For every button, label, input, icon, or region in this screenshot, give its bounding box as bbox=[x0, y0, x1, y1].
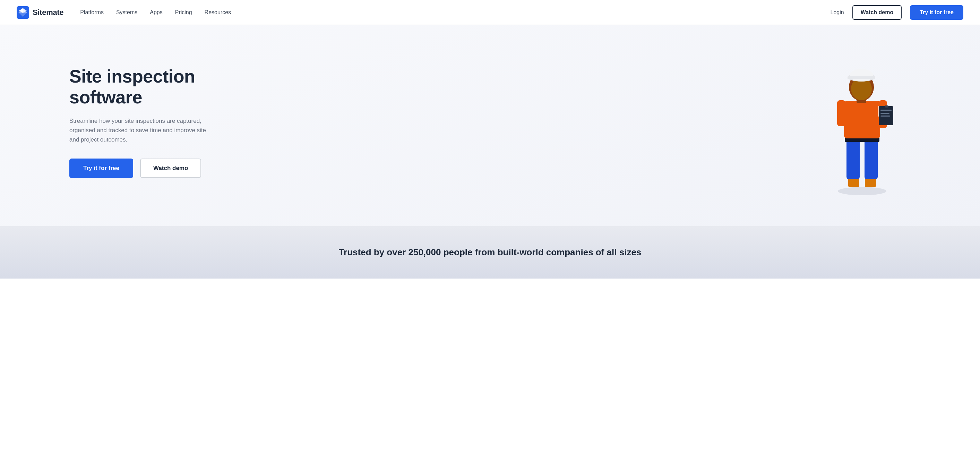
svg-rect-12 bbox=[880, 110, 892, 111]
svg-rect-21 bbox=[848, 76, 875, 79]
svg-rect-14 bbox=[880, 115, 890, 116]
svg-rect-10 bbox=[837, 100, 845, 126]
logo-link[interactable]: Sitemate bbox=[17, 6, 64, 19]
svg-rect-5 bbox=[864, 139, 878, 179]
svg-point-20 bbox=[850, 69, 873, 81]
hero-title: Site inspection software bbox=[69, 66, 270, 108]
nav-right: Login Watch demo Try it for free bbox=[830, 5, 964, 20]
hero-subtitle: Streamline how your site inspections are… bbox=[69, 116, 215, 145]
svg-rect-7 bbox=[844, 101, 880, 139]
watch-demo-button-hero[interactable]: Watch demo bbox=[140, 158, 201, 178]
worker-svg bbox=[813, 45, 911, 198]
watch-demo-button-nav[interactable]: Watch demo bbox=[853, 5, 902, 20]
navbar: Sitemate Platforms Systems Apps Pricing … bbox=[0, 0, 980, 25]
sitemate-logo-icon bbox=[17, 6, 29, 19]
svg-rect-15 bbox=[885, 105, 888, 107]
trusted-text: Trusted by over 250,000 people from buil… bbox=[17, 247, 963, 258]
try-free-button-nav[interactable]: Try it for free bbox=[910, 5, 963, 20]
nav-item-resources[interactable]: Resources bbox=[205, 10, 231, 16]
svg-rect-13 bbox=[880, 113, 889, 114]
svg-point-1 bbox=[838, 187, 886, 195]
try-free-button-hero[interactable]: Try it for free bbox=[69, 158, 133, 178]
nav-item-platforms[interactable]: Platforms bbox=[80, 10, 104, 16]
hero-content: Site inspection software Streamline how … bbox=[69, 66, 270, 178]
hero-buttons: Try it for free Watch demo bbox=[69, 158, 270, 178]
hero-section: Site inspection software Streamline how … bbox=[0, 25, 980, 226]
svg-rect-4 bbox=[846, 139, 860, 179]
nav-item-systems[interactable]: Systems bbox=[116, 10, 137, 16]
hero-worker-illustration bbox=[813, 45, 911, 191]
nav-item-pricing[interactable]: Pricing bbox=[175, 10, 192, 16]
nav-item-apps[interactable]: Apps bbox=[150, 10, 162, 16]
nav-links: Platforms Systems Apps Pricing Resources bbox=[80, 10, 830, 16]
trusted-section: Trusted by over 250,000 people from buil… bbox=[0, 226, 980, 279]
brand-name: Sitemate bbox=[33, 8, 64, 17]
login-link[interactable]: Login bbox=[830, 10, 844, 16]
